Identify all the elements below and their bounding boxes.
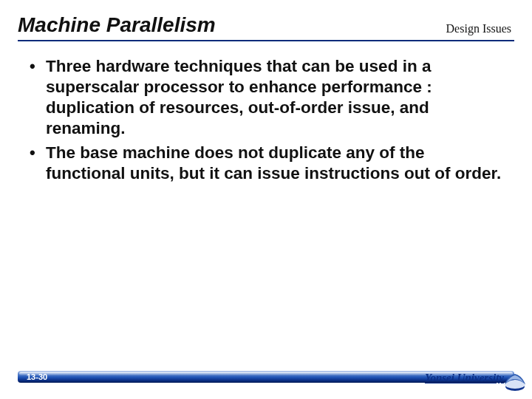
university-label: Yonsei University <box>425 372 504 384</box>
footer: 13-30 Yonsei University <box>0 362 532 399</box>
content: Three hardware techniques that can be us… <box>18 56 514 184</box>
bullet-item: Three hardware techniques that can be us… <box>30 56 508 140</box>
slide-subtitle: Design Issues <box>446 22 514 37</box>
page-number: 13-30 <box>27 371 47 383</box>
logo-icon <box>502 368 528 393</box>
slide: Machine Parallelism Design Issues Three … <box>0 0 532 399</box>
slide-title: Machine Parallelism <box>18 13 216 37</box>
bullet-item: The base machine does not duplicate any … <box>30 143 508 184</box>
header: Machine Parallelism Design Issues <box>18 13 514 41</box>
bullet-list: Three hardware techniques that can be us… <box>30 56 508 184</box>
